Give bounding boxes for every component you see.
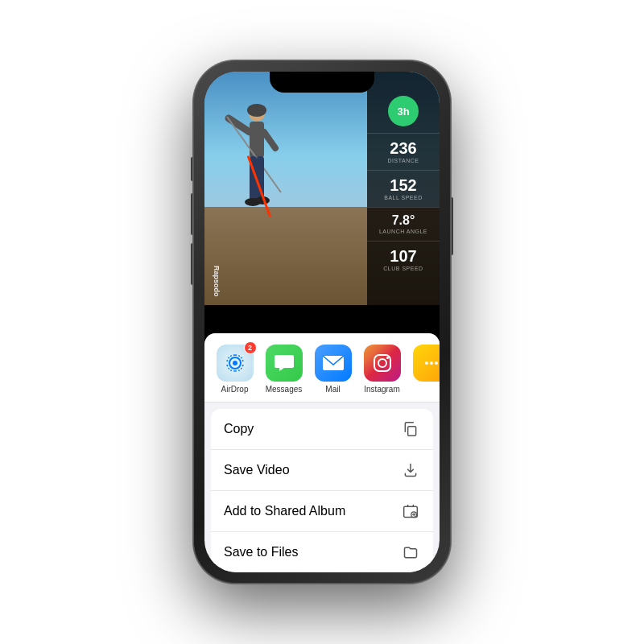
- save-to-files-action[interactable]: Save to Files: [211, 532, 433, 572]
- action-list: Copy Save Video: [211, 409, 433, 572]
- svg-point-18: [435, 361, 438, 365]
- stats-panel: 3h 236 DISTANCE 152 BALL SPEED 7.8° LAUN…: [367, 72, 440, 305]
- svg-rect-19: [408, 427, 416, 436]
- more-app[interactable]: [409, 345, 440, 394]
- phone-frame: 3h 236 DISTANCE 152 BALL SPEED 7.8° LAUN…: [193, 60, 451, 584]
- video-area[interactable]: 3h 236 DISTANCE 152 BALL SPEED 7.8° LAUN…: [204, 72, 440, 305]
- add-to-shared-album-icon: [401, 502, 420, 521]
- golfer-figure: [221, 104, 293, 217]
- instagram-label: Instagram: [364, 385, 399, 394]
- mail-icon: [315, 345, 352, 382]
- add-to-shared-album-label: Add to Shared Album: [224, 504, 345, 518]
- ball-speed-stat: 152 BALL SPEED: [367, 170, 440, 207]
- instagram-app[interactable]: Instagram: [360, 345, 404, 394]
- add-to-shared-album-action[interactable]: Add to Shared Album: [211, 491, 433, 532]
- airdrop-badge: 2: [244, 341, 257, 354]
- launch-angle-stat: 7.8° LAUNCH ANGLE: [367, 207, 440, 241]
- svg-point-11: [233, 361, 237, 365]
- more-icon: [413, 345, 440, 382]
- power-button[interactable]: [451, 197, 453, 255]
- messages-app[interactable]: Messages: [262, 345, 306, 394]
- mail-app[interactable]: Mail: [311, 345, 355, 394]
- save-video-label: Save Video: [224, 463, 290, 477]
- save-video-icon: [401, 460, 420, 480]
- airdrop-app[interactable]: 2 AirDrop: [213, 345, 257, 394]
- svg-line-4: [264, 132, 275, 148]
- distance-stat: 236 DISTANCE: [367, 133, 440, 170]
- copy-label: Copy: [224, 422, 254, 436]
- save-video-action[interactable]: Save Video: [211, 450, 433, 491]
- mail-label: Mail: [325, 385, 340, 394]
- copy-action[interactable]: Copy: [211, 409, 433, 450]
- app-row: 2 AirDrop Messages: [204, 333, 440, 402]
- messages-icon: [266, 345, 303, 382]
- save-to-files-icon: [401, 543, 420, 562]
- svg-point-1: [247, 104, 266, 117]
- svg-point-15: [386, 357, 389, 359]
- airdrop-icon: 2: [217, 345, 254, 382]
- messages-label: Messages: [266, 385, 303, 394]
- notch: [270, 72, 374, 93]
- club-speed-stat: 107 CLUB SPEED: [367, 241, 440, 278]
- phone-screen: 3h 236 DISTANCE 152 BALL SPEED 7.8° LAUN…: [204, 72, 440, 572]
- save-to-files-label: Save to Files: [224, 545, 298, 559]
- copy-icon: [401, 419, 420, 439]
- time-badge: 3h: [388, 96, 419, 126]
- share-sheet: 2 AirDrop Messages: [204, 333, 440, 572]
- svg-point-16: [425, 361, 428, 365]
- airdrop-label: AirDrop: [221, 385, 249, 394]
- svg-line-3: [229, 118, 250, 132]
- svg-point-17: [430, 361, 433, 365]
- rapsodo-brand: Rapsodo: [213, 266, 221, 297]
- svg-point-14: [378, 359, 386, 367]
- instagram-icon: [364, 345, 401, 382]
